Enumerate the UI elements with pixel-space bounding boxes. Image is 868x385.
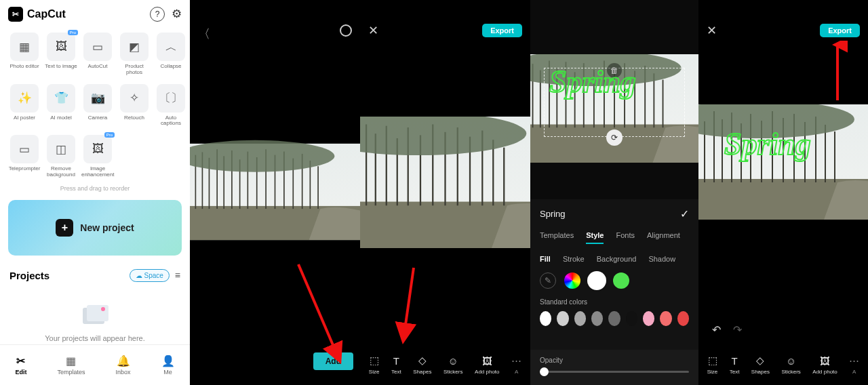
- bell-icon: 🔔: [117, 354, 130, 367]
- subtab-stroke[interactable]: Stroke: [563, 255, 585, 263]
- standard-colors-label: Standard colors: [540, 298, 689, 306]
- photo-editor-button[interactable]: ▦: [10, 33, 39, 61]
- brand-name: CapCut: [27, 8, 66, 20]
- tool-size[interactable]: ⬚Size: [369, 354, 380, 375]
- std-color[interactable]: [660, 311, 671, 326]
- canvas[interactable]: Spring: [698, 104, 868, 220]
- plus-icon: +: [56, 219, 73, 237]
- opacity-slider[interactable]: [540, 371, 689, 373]
- shapes-icon: ◇: [756, 354, 764, 367]
- size-icon: ⬚: [708, 354, 717, 367]
- std-color[interactable]: [626, 311, 637, 326]
- auto-captions-button[interactable]: 〔〕: [157, 84, 185, 113]
- reorder-hint: Press and drag to reorder: [0, 185, 190, 192]
- new-project-button[interactable]: + New project: [8, 200, 182, 256]
- export-button[interactable]: Export: [820, 24, 860, 37]
- tool-stickers[interactable]: ☺Stickers: [781, 355, 800, 375]
- ai-model-button[interactable]: 👕: [47, 84, 75, 113]
- annotation-arrow-icon: [390, 264, 417, 346]
- nav-me[interactable]: 👤Me: [161, 354, 175, 376]
- export-button[interactable]: Export: [482, 24, 522, 37]
- scissors-icon: ✂: [16, 354, 25, 367]
- tool-more[interactable]: ⋯A: [849, 354, 859, 375]
- user-icon: 👤: [161, 354, 175, 367]
- subtab-shadow[interactable]: Shadow: [648, 255, 675, 263]
- std-color[interactable]: [540, 311, 551, 326]
- capcut-logo-icon: ✂: [8, 7, 23, 22]
- tool-text[interactable]: TText: [730, 355, 740, 375]
- std-color[interactable]: [591, 311, 603, 326]
- text-overlay[interactable]: Spring: [549, 64, 636, 100]
- nav-templates[interactable]: ▦Templates: [57, 354, 85, 376]
- tool-text[interactable]: TText: [391, 355, 401, 375]
- tab-fonts[interactable]: Fonts: [616, 231, 635, 244]
- camera-button[interactable]: 📷: [83, 84, 112, 113]
- svg-point-21: [101, 307, 105, 311]
- text-to-image-button[interactable]: Pro🖼: [47, 33, 75, 61]
- retouch-button[interactable]: ✧: [120, 84, 149, 113]
- annotation-arrow-icon: [827, 41, 848, 102]
- std-color[interactable]: [677, 311, 689, 326]
- text-icon: T: [393, 355, 399, 367]
- canvas[interactable]: [360, 117, 530, 248]
- remove-bg-button[interactable]: ◫: [47, 135, 75, 163]
- text-icon: T: [731, 355, 737, 367]
- tool-shapes[interactable]: ◇Shapes: [751, 354, 770, 375]
- home-panel: ✂ CapCut ? ⚙ ▦Photo editor Pro🖼Text to i…: [0, 0, 190, 385]
- canvas[interactable]: 🗑 ⟳ Spring: [530, 54, 698, 163]
- back-icon[interactable]: 〈: [198, 26, 210, 42]
- subtab-background[interactable]: Background: [597, 255, 637, 263]
- tab-style[interactable]: Style: [586, 231, 604, 244]
- color-green[interactable]: [613, 272, 629, 289]
- tab-alignment[interactable]: Alignment: [647, 231, 680, 244]
- tool-addphoto[interactable]: 🖼Add photo: [475, 355, 499, 375]
- redo-icon[interactable]: ↷: [733, 323, 742, 336]
- addphoto-icon: 🖼: [482, 355, 492, 367]
- nav-inbox[interactable]: 🔔Inbox: [115, 354, 130, 376]
- close-icon[interactable]: ✕: [707, 23, 717, 38]
- import-panel: 〈 Add: [190, 0, 360, 385]
- std-color[interactable]: [643, 311, 654, 326]
- help-icon[interactable]: ?: [150, 7, 165, 22]
- tool-more[interactable]: ⋯A: [511, 354, 521, 375]
- nav-edit[interactable]: ✂Edit: [15, 354, 26, 376]
- teleprompter-button[interactable]: ▭: [10, 135, 39, 163]
- confirm-icon[interactable]: ✓: [680, 207, 689, 220]
- tool-stickers[interactable]: ☺Stickers: [443, 355, 462, 375]
- text-overlay: Spring: [724, 126, 811, 162]
- eyedropper-icon[interactable]: ✎: [540, 272, 556, 289]
- close-icon[interactable]: ✕: [368, 23, 378, 38]
- add-button[interactable]: Add: [313, 352, 353, 370]
- image-enhance-button[interactable]: Pro🖼: [83, 135, 112, 163]
- size-icon: ⬚: [370, 354, 379, 367]
- product-photos-button[interactable]: ◩: [120, 33, 149, 61]
- collapse-button[interactable]: ︿: [157, 33, 185, 61]
- sort-icon[interactable]: ≡: [175, 270, 180, 281]
- ai-poster-button[interactable]: ✨: [10, 84, 39, 113]
- tab-templates[interactable]: Templates: [540, 231, 574, 244]
- svg-line-23: [403, 268, 414, 339]
- circle-icon[interactable]: [340, 24, 352, 37]
- editor-toolbar: ⬚Size TText ◇Shapes ☺Stickers 🖼Add photo…: [360, 344, 530, 385]
- text-input[interactable]: Spring: [540, 209, 680, 219]
- std-color[interactable]: [557, 311, 568, 326]
- subtab-fill[interactable]: Fill: [540, 255, 551, 263]
- tool-shapes[interactable]: ◇Shapes: [413, 354, 431, 375]
- rotate-icon[interactable]: ⟳: [606, 129, 623, 146]
- std-color[interactable]: [608, 311, 620, 326]
- slider-knob[interactable]: [540, 367, 549, 376]
- autocut-button[interactable]: ▭: [83, 33, 112, 61]
- editor-toolbar: ⬚Size TText ◇Shapes ☺Stickers 🖼Add photo…: [698, 344, 868, 385]
- editor-panel: ✕ Export ⬚Size TText ◇Shapes ☺Stickers 🖼…: [360, 0, 530, 385]
- color-white-selected[interactable]: [589, 272, 605, 289]
- tool-size[interactable]: ⬚Size: [707, 354, 718, 375]
- undo-icon[interactable]: ↶: [712, 323, 721, 336]
- std-color[interactable]: [574, 311, 586, 326]
- style-sheet: Spring ✓ Templates Style Fonts Alignment…: [530, 199, 698, 385]
- svg-rect-20: [87, 305, 108, 321]
- color-wheel[interactable]: [564, 272, 580, 289]
- settings-icon[interactable]: ⚙: [172, 7, 182, 22]
- tool-addphoto[interactable]: 🖼Add photo: [812, 355, 837, 375]
- space-button[interactable]: ☁ Space: [130, 269, 170, 282]
- media-preview[interactable]: [190, 134, 360, 249]
